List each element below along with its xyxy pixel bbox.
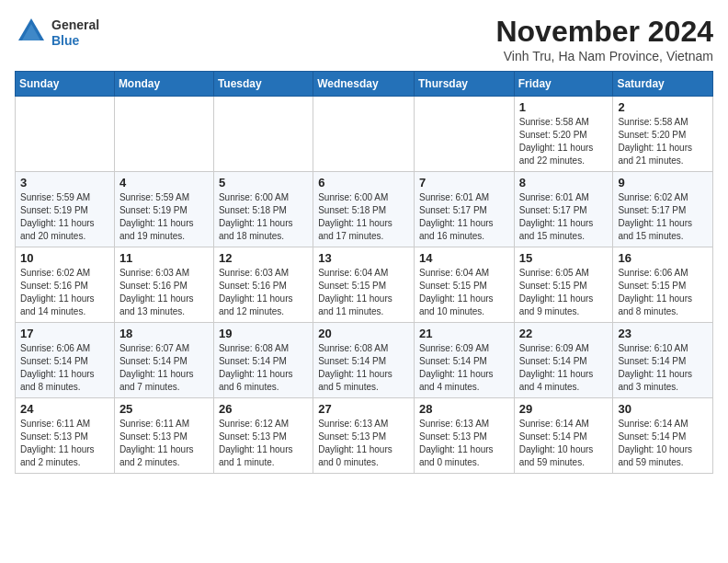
day-number: 25 [119,402,209,416]
calendar-cell: 19Sunrise: 6:08 AM Sunset: 5:14 PM Dayli… [213,323,313,398]
calendar-cell: 17Sunrise: 6:06 AM Sunset: 5:14 PM Dayli… [16,323,115,398]
day-info: Sunrise: 6:05 AM Sunset: 5:15 PM Dayligh… [519,267,609,318]
calendar-cell: 12Sunrise: 6:03 AM Sunset: 5:16 PM Dayli… [213,247,313,323]
day-info: Sunrise: 6:04 AM Sunset: 5:15 PM Dayligh… [318,267,409,318]
calendar-cell: 25Sunrise: 6:11 AM Sunset: 5:13 PM Dayli… [114,398,213,474]
day-number: 11 [119,251,209,265]
calendar-cell [313,97,415,172]
weekday-header-sunday: Sunday [16,72,115,97]
day-number: 20 [318,327,409,340]
calendar-cell: 22Sunrise: 6:09 AM Sunset: 5:14 PM Dayli… [514,323,613,398]
calendar-cell: 4Sunrise: 5:59 AM Sunset: 5:19 PM Daylig… [114,172,213,247]
day-number: 4 [119,176,209,190]
month-title: November 2024 [495,15,713,49]
day-number: 2 [618,100,708,114]
calendar-cell: 9Sunrise: 6:02 AM Sunset: 5:17 PM Daylig… [613,172,713,247]
calendar-cell [114,97,213,172]
day-info: Sunrise: 6:12 AM Sunset: 5:13 PM Dayligh… [219,418,308,469]
calendar-cell: 30Sunrise: 6:14 AM Sunset: 5:14 PM Dayli… [613,398,713,474]
day-number: 17 [20,327,109,340]
day-info: Sunrise: 6:08 AM Sunset: 5:14 PM Dayligh… [318,342,409,394]
calendar-week-1: 1Sunrise: 5:58 AM Sunset: 5:20 PM Daylig… [16,97,713,172]
day-number: 24 [20,402,109,416]
day-number: 1 [519,100,609,114]
day-number: 12 [219,251,308,265]
calendar-cell: 3Sunrise: 5:59 AM Sunset: 5:19 PM Daylig… [16,172,115,247]
day-info: Sunrise: 6:01 AM Sunset: 5:17 PM Dayligh… [519,191,609,243]
calendar-cell: 21Sunrise: 6:09 AM Sunset: 5:14 PM Dayli… [414,323,514,398]
calendar-cell: 28Sunrise: 6:13 AM Sunset: 5:13 PM Dayli… [414,398,514,474]
day-number: 9 [618,176,708,190]
day-info: Sunrise: 5:58 AM Sunset: 5:20 PM Dayligh… [618,116,708,167]
logo-general: General [51,17,99,33]
day-info: Sunrise: 6:02 AM Sunset: 5:16 PM Dayligh… [20,267,109,318]
logo-blue: Blue [51,33,99,49]
calendar-cell: 6Sunrise: 6:00 AM Sunset: 5:18 PM Daylig… [313,172,415,247]
day-number: 19 [219,327,308,340]
calendar-cell: 8Sunrise: 6:01 AM Sunset: 5:17 PM Daylig… [514,172,613,247]
day-number: 5 [219,176,308,190]
calendar-cell: 5Sunrise: 6:00 AM Sunset: 5:18 PM Daylig… [213,172,313,247]
day-number: 23 [618,327,708,340]
day-info: Sunrise: 6:14 AM Sunset: 5:14 PM Dayligh… [519,418,609,469]
weekday-header-monday: Monday [114,72,213,97]
day-info: Sunrise: 6:03 AM Sunset: 5:16 PM Dayligh… [219,267,308,318]
day-info: Sunrise: 6:10 AM Sunset: 5:14 PM Dayligh… [618,342,708,394]
day-info: Sunrise: 6:00 AM Sunset: 5:18 PM Dayligh… [318,191,409,243]
day-number: 27 [318,402,409,416]
calendar-cell: 29Sunrise: 6:14 AM Sunset: 5:14 PM Dayli… [514,398,613,474]
weekday-header-saturday: Saturday [613,72,713,97]
day-info: Sunrise: 6:06 AM Sunset: 5:15 PM Dayligh… [618,267,708,318]
day-info: Sunrise: 6:00 AM Sunset: 5:18 PM Dayligh… [219,191,308,243]
day-info: Sunrise: 6:13 AM Sunset: 5:13 PM Dayligh… [419,418,509,469]
calendar-cell: 13Sunrise: 6:04 AM Sunset: 5:15 PM Dayli… [313,247,415,323]
logo: General Blue [15,15,99,52]
calendar-week-3: 10Sunrise: 6:02 AM Sunset: 5:16 PM Dayli… [16,247,713,323]
calendar-cell: 26Sunrise: 6:12 AM Sunset: 5:13 PM Dayli… [213,398,313,474]
title-block: November 2024 Vinh Tru, Ha Nam Province,… [495,15,713,63]
day-info: Sunrise: 6:09 AM Sunset: 5:14 PM Dayligh… [519,342,609,394]
day-number: 8 [519,176,609,190]
weekday-header-row: SundayMondayTuesdayWednesdayThursdayFrid… [16,72,713,97]
calendar-cell: 7Sunrise: 6:01 AM Sunset: 5:17 PM Daylig… [414,172,514,247]
day-info: Sunrise: 5:58 AM Sunset: 5:20 PM Dayligh… [519,116,609,167]
calendar-cell: 23Sunrise: 6:10 AM Sunset: 5:14 PM Dayli… [613,323,713,398]
day-number: 15 [519,251,609,265]
calendar-week-2: 3Sunrise: 5:59 AM Sunset: 5:19 PM Daylig… [16,172,713,247]
day-info: Sunrise: 6:14 AM Sunset: 5:14 PM Dayligh… [618,418,708,469]
day-number: 10 [20,251,109,265]
day-info: Sunrise: 6:11 AM Sunset: 5:13 PM Dayligh… [20,418,109,469]
day-info: Sunrise: 6:07 AM Sunset: 5:14 PM Dayligh… [119,342,209,394]
weekday-header-tuesday: Tuesday [213,72,313,97]
day-info: Sunrise: 6:09 AM Sunset: 5:14 PM Dayligh… [419,342,509,394]
day-info: Sunrise: 6:01 AM Sunset: 5:17 PM Dayligh… [419,191,509,243]
calendar-week-4: 17Sunrise: 6:06 AM Sunset: 5:14 PM Dayli… [16,323,713,398]
calendar-week-5: 24Sunrise: 6:11 AM Sunset: 5:13 PM Dayli… [16,398,713,474]
day-info: Sunrise: 6:06 AM Sunset: 5:14 PM Dayligh… [20,342,109,394]
calendar-cell: 16Sunrise: 6:06 AM Sunset: 5:15 PM Dayli… [613,247,713,323]
day-info: Sunrise: 5:59 AM Sunset: 5:19 PM Dayligh… [119,191,209,243]
calendar-cell: 24Sunrise: 6:11 AM Sunset: 5:13 PM Dayli… [16,398,115,474]
day-number: 22 [519,327,609,340]
calendar-cell: 18Sunrise: 6:07 AM Sunset: 5:14 PM Dayli… [114,323,213,398]
day-info: Sunrise: 6:08 AM Sunset: 5:14 PM Dayligh… [219,342,308,394]
day-number: 7 [419,176,509,190]
day-number: 3 [20,176,109,190]
day-info: Sunrise: 6:03 AM Sunset: 5:16 PM Dayligh… [119,267,209,318]
day-number: 21 [419,327,509,340]
day-number: 13 [318,251,409,265]
day-number: 14 [419,251,509,265]
calendar-cell [213,97,313,172]
page-header: General Blue November 2024 Vinh Tru, Ha … [15,15,713,63]
weekday-header-wednesday: Wednesday [313,72,415,97]
weekday-header-friday: Friday [514,72,613,97]
day-number: 26 [219,402,308,416]
location: Vinh Tru, Ha Nam Province, Vietnam [495,49,713,63]
weekday-header-thursday: Thursday [414,72,514,97]
day-number: 29 [519,402,609,416]
day-info: Sunrise: 5:59 AM Sunset: 5:19 PM Dayligh… [20,191,109,243]
day-info: Sunrise: 6:04 AM Sunset: 5:15 PM Dayligh… [419,267,509,318]
calendar-cell: 15Sunrise: 6:05 AM Sunset: 5:15 PM Dayli… [514,247,613,323]
calendar-cell [16,97,115,172]
day-number: 30 [618,402,708,416]
